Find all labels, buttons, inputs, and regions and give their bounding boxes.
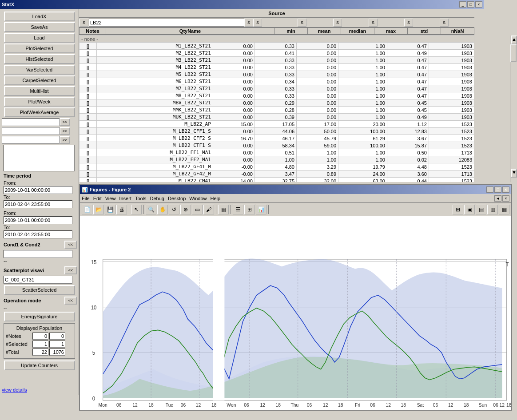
cond-input-1[interactable] bbox=[4, 250, 72, 258]
menu-window[interactable]: Window bbox=[189, 196, 207, 201]
layout2-btn[interactable]: ▣ bbox=[464, 205, 475, 214]
table-row[interactable]: [] M_LB22_GF41_M -0.00 4.80 3.29 19.79 4… bbox=[80, 163, 474, 170]
close-button[interactable]: × bbox=[475, 1, 482, 8]
plot-week-avg-button[interactable]: PlotWeekAverage bbox=[4, 107, 75, 117]
menu-debug[interactable]: Debug bbox=[150, 196, 164, 201]
table-row[interactable]: [] M7_LB22_ST21 0.00 0.33 0.00 1.00 0.47… bbox=[80, 85, 474, 92]
pop-selected-val2[interactable] bbox=[49, 341, 65, 348]
to-input-1[interactable] bbox=[4, 200, 72, 208]
new-file-btn[interactable]: 📄 bbox=[82, 205, 92, 214]
fig-undock-btn[interactable]: ◄ bbox=[494, 195, 501, 202]
data-cursor-btn[interactable]: ⊕ bbox=[180, 205, 191, 214]
menu-edit[interactable]: Edit bbox=[93, 196, 102, 201]
legend-btn[interactable]: ☰ bbox=[233, 205, 243, 214]
arrow-btn-1[interactable]: >> bbox=[60, 118, 70, 126]
scroll-box[interactable] bbox=[4, 145, 75, 171]
pop-total-val1[interactable] bbox=[32, 349, 48, 356]
from-input-1[interactable] bbox=[4, 186, 72, 194]
grid-btn[interactable]: ⊞ bbox=[244, 205, 255, 214]
fig-minimize-btn[interactable]: _ bbox=[486, 186, 493, 193]
table-row[interactable]: [] M_LB22_FF2_MA1 0.00 1.00 1.00 1.00 0.… bbox=[80, 156, 474, 163]
fig-close-btn[interactable]: × bbox=[502, 186, 509, 193]
arrow-btn-2[interactable]: >> bbox=[60, 127, 70, 135]
table-scrollbar[interactable]: ▲ ▼ bbox=[510, 36, 517, 182]
layout3-btn[interactable]: ▤ bbox=[476, 205, 486, 214]
fig-maximize-btn[interactable]: □ bbox=[494, 186, 501, 193]
save-btn[interactable]: 💾 bbox=[105, 205, 115, 214]
cursor-btn[interactable]: ↖ bbox=[131, 205, 142, 214]
min-s-btn[interactable]: S bbox=[253, 19, 262, 27]
arrow-btn-3[interactable]: >> bbox=[60, 136, 70, 144]
scatter-selected-button[interactable]: ScatterSelected bbox=[4, 285, 75, 295]
qty-s-btn[interactable]: S bbox=[244, 19, 253, 27]
table-row[interactable]: [] M6_LB22_ST21 0.00 0.34 0.00 1.00 0.47… bbox=[80, 78, 474, 85]
table-row[interactable]: [] MBV_LB22_ST21 0.00 0.29 0.00 1.00 0.4… bbox=[80, 99, 474, 107]
scatter-input[interactable] bbox=[4, 276, 72, 284]
nnan-s-btn[interactable]: S bbox=[440, 19, 449, 27]
to-input-2[interactable] bbox=[4, 230, 72, 238]
table-row[interactable]: [] M4_LB22_ST21 0.00 0.33 0.00 1.00 0.47… bbox=[80, 64, 474, 71]
layout5-btn[interactable]: ▦ bbox=[499, 205, 509, 214]
table-row[interactable]: [] M_LB22_CM41 14.00 32.75 32.00 63.00 0… bbox=[80, 178, 474, 182]
input-field-3[interactable] bbox=[2, 136, 60, 144]
table-row[interactable]: [] M_LB22_CFF1_S 0.00 44.06 50.00 100.00… bbox=[80, 128, 474, 135]
notes-filter-btn[interactable]: S bbox=[80, 19, 88, 27]
pop-total-val2[interactable] bbox=[49, 349, 65, 356]
table-row[interactable]: [] M8_LB22_ST21 0.00 0.33 0.00 1.00 0.47… bbox=[80, 92, 474, 99]
qty-search-input[interactable] bbox=[89, 19, 244, 27]
pop-selected-val1[interactable] bbox=[32, 341, 48, 348]
scatter-arrow[interactable]: << bbox=[64, 266, 77, 274]
plot-week-button[interactable]: Plot/Week bbox=[4, 97, 75, 107]
pop-notes-val1[interactable] bbox=[32, 333, 48, 340]
brush-btn[interactable]: 🖌 bbox=[203, 205, 214, 214]
plot-type-btn[interactable]: 📊 bbox=[256, 205, 266, 214]
update-counters-button[interactable]: Update Counters bbox=[4, 361, 75, 370]
carpet-selected-button[interactable]: CarpetSelected bbox=[4, 75, 75, 85]
scroll-up-btn[interactable]: ▲ bbox=[511, 36, 517, 44]
layout4-btn[interactable]: ▥ bbox=[487, 205, 498, 214]
table-row[interactable]: [] M_LB22_CFF2_S 16.70 46.17 45.79 61.29… bbox=[80, 135, 474, 142]
view-details[interactable]: view details bbox=[0, 386, 79, 393]
cond-arrow[interactable]: << bbox=[64, 241, 77, 249]
table-row[interactable]: [] M_LB22_AP 15.00 17.05 17.00 20.00 1.1… bbox=[80, 121, 474, 128]
scroll-thumb[interactable] bbox=[510, 44, 517, 62]
var-selected-button[interactable]: VarSelected bbox=[4, 65, 75, 75]
table-row[interactable]: [] M5_LB22_ST21 0.00 0.33 0.00 1.00 0.47… bbox=[80, 71, 474, 78]
max-s-btn[interactable]: S bbox=[369, 19, 378, 27]
loadx-button[interactable]: LoadX bbox=[4, 12, 75, 21]
saveas-button[interactable]: SaveAs bbox=[4, 22, 75, 32]
table-row[interactable]: [] M_LB22_GF42_M -0.00 3.47 0.89 24.00 3… bbox=[80, 170, 474, 178]
fig-dock-btn[interactable]: × bbox=[502, 195, 509, 202]
op-mode-arrow[interactable]: << bbox=[64, 297, 77, 305]
table-row[interactable]: [] M_LB22_CTF1_S 0.00 58.34 59.00 100.00… bbox=[80, 142, 474, 149]
input-field-2[interactable] bbox=[2, 127, 60, 135]
view-details-link[interactable]: view details bbox=[2, 387, 27, 392]
menu-tools[interactable]: Tools bbox=[135, 196, 147, 201]
hist-selected-button[interactable]: HistSelected bbox=[4, 54, 75, 64]
table-row[interactable]: [] MMK_LB22_ST21 0.00 0.28 0.00 1.00 0.4… bbox=[80, 107, 474, 114]
rotate-btn[interactable]: ↺ bbox=[169, 205, 179, 214]
menu-desktop[interactable]: Desktop bbox=[168, 196, 186, 201]
input-field-1[interactable] bbox=[2, 118, 60, 126]
std-s-btn[interactable]: S bbox=[404, 19, 413, 27]
table-row[interactable]: [] M2_LB22_ST21 0.00 0.41 0.00 1.00 0.49… bbox=[80, 50, 474, 57]
minimize-button[interactable]: _ bbox=[459, 1, 466, 8]
table-row[interactable]: [] M_LB22_FF1_MA1 0.00 0.51 1.00 1.00 0.… bbox=[80, 149, 474, 156]
colorbar-btn[interactable]: ▦ bbox=[218, 205, 229, 214]
print-btn[interactable]: 🖨 bbox=[116, 205, 127, 214]
multi-hist-button[interactable]: MultiHist bbox=[4, 86, 75, 96]
menu-help[interactable]: Help bbox=[210, 196, 220, 201]
table-row[interactable]: [] MUK_LB22_ST21 0.00 0.39 0.00 1.00 0.4… bbox=[80, 114, 474, 121]
median-s-btn[interactable]: S bbox=[333, 19, 342, 27]
pop-notes-val2[interactable] bbox=[49, 333, 65, 340]
layout1-btn[interactable]: ⊞ bbox=[453, 205, 463, 214]
energy-signature-button[interactable]: EnergySignature bbox=[4, 312, 75, 321]
from-input-2[interactable] bbox=[4, 216, 72, 224]
scroll-down-btn[interactable]: ▼ bbox=[511, 169, 517, 178]
menu-view[interactable]: View bbox=[105, 196, 116, 201]
zoom-in-btn[interactable]: 🔍 bbox=[146, 205, 156, 214]
pan-btn[interactable]: ✋ bbox=[157, 205, 168, 214]
table-row[interactable]: [] M3_LB22_ST21 0.00 0.33 0.00 1.00 0.47… bbox=[80, 57, 474, 64]
open-file-btn[interactable]: 📂 bbox=[93, 205, 104, 214]
maximize-button[interactable]: □ bbox=[467, 1, 474, 8]
